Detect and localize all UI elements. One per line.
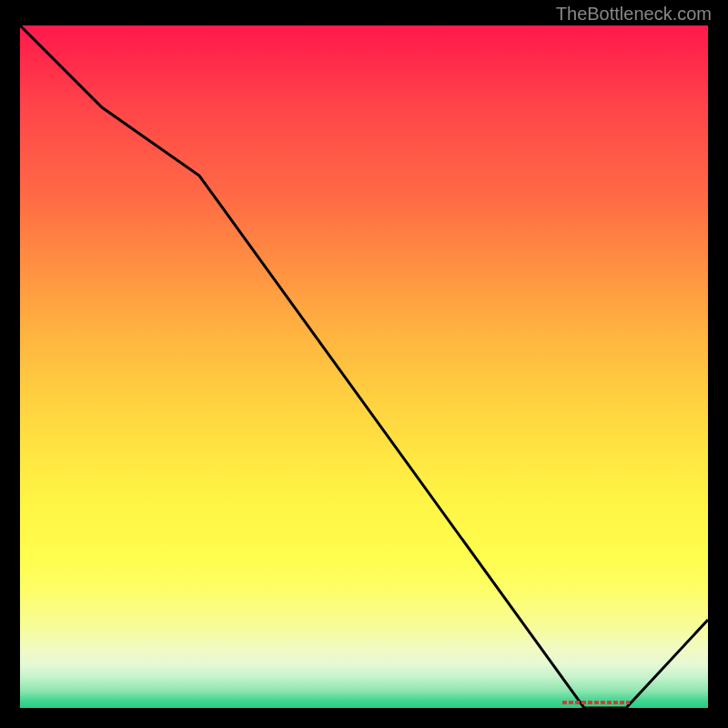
line-chart-svg	[20, 25, 708, 708]
chart-container: TheBottleneck.com	[0, 0, 728, 728]
plot-area	[20, 25, 708, 708]
watermark-label: TheBottleneck.com	[556, 4, 712, 25]
data-line	[20, 25, 708, 708]
